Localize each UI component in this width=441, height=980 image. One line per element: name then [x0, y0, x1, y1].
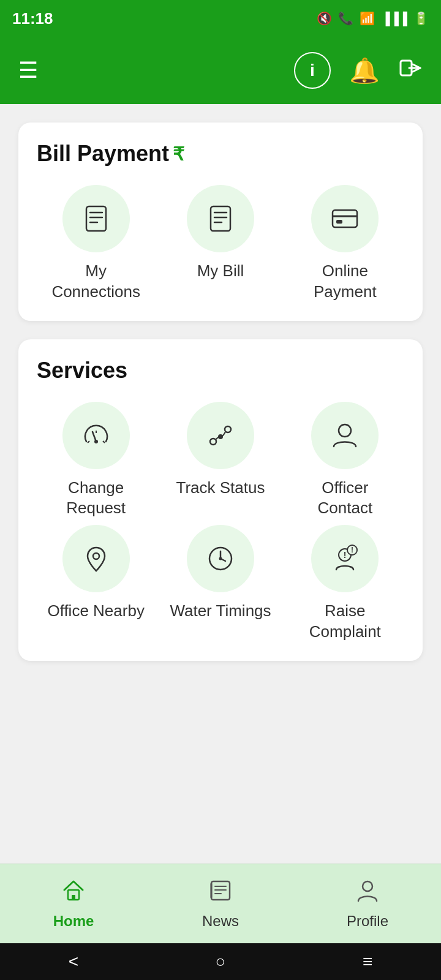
status-bar: 11:18 🔇 📞 📶 ▐▐▐ 🔋 — [0, 0, 441, 37]
news-icon — [208, 878, 233, 909]
app-bar: ☰ i 🔔 — [0, 37, 441, 104]
back-button[interactable]: < — [69, 952, 78, 971]
home-icon — [61, 878, 86, 909]
bill-document-icon — [205, 203, 236, 235]
my-bill-item[interactable]: My Bill — [168, 185, 273, 303]
office-nearby-item[interactable]: Office Nearby — [44, 525, 148, 643]
change-request-icon-bg — [62, 402, 130, 469]
status-icons: 🔇 📞 📶 ▐▐▐ 🔋 — [317, 11, 429, 26]
rupee-symbol: ₹ — [173, 143, 184, 165]
officer-contact-item[interactable]: Officer Contact — [293, 402, 397, 519]
svg-rect-6 — [211, 206, 230, 231]
my-bill-icon-bg — [187, 185, 254, 252]
time-display: 11:18 — [12, 9, 53, 28]
raise-complaint-icon-bg: ! ! — [311, 525, 379, 592]
svg-text:!: ! — [351, 546, 353, 554]
mute-icon: 🔇 — [317, 11, 332, 26]
phone-icon: 📞 — [338, 11, 353, 26]
menu-button[interactable]: ≡ — [363, 952, 372, 971]
my-connections-icon-bg — [62, 185, 130, 252]
office-nearby-icon-bg — [62, 525, 130, 592]
news-label: News — [202, 913, 239, 930]
nav-home[interactable]: Home — [0, 878, 147, 930]
notification-icon[interactable]: 🔔 — [349, 56, 380, 85]
online-payment-icon-bg — [311, 185, 379, 252]
svg-rect-10 — [333, 210, 357, 227]
app-bar-right-icons: i 🔔 — [294, 52, 423, 89]
complaint-icon: ! ! — [329, 543, 361, 575]
my-bill-label: My Bill — [197, 261, 244, 282]
services-card: Services Change Request — [18, 339, 423, 661]
bottom-nav: Home News Profile — [0, 864, 441, 943]
info-button[interactable]: i — [294, 52, 331, 89]
online-payment-item[interactable]: Online Payment — [293, 185, 397, 303]
track-status-label: Track Status — [176, 478, 265, 499]
svg-point-38 — [363, 881, 372, 891]
main-content: Bill Payment₹ My Connections — [0, 104, 441, 661]
location-icon — [80, 543, 112, 575]
svg-rect-12 — [336, 220, 342, 224]
home-label: Home — [53, 913, 94, 930]
svg-line-16 — [103, 441, 105, 443]
wifi-icon: 📶 — [360, 11, 375, 26]
svg-point-14 — [94, 440, 98, 443]
water-timings-item[interactable]: Water Timings — [168, 525, 273, 643]
svg-rect-2 — [86, 206, 106, 231]
my-connections-label: My Connections — [44, 261, 148, 303]
online-payment-label: Online Payment — [293, 261, 397, 303]
track-icon — [205, 420, 236, 451]
profile-icon — [355, 878, 380, 909]
nav-news[interactable]: News — [147, 878, 294, 930]
profile-label: Profile — [347, 913, 388, 930]
clock-icon — [205, 543, 236, 575]
svg-point-21 — [339, 424, 351, 437]
track-status-item[interactable]: Track Status — [168, 402, 273, 519]
gauge-icon — [80, 420, 112, 451]
track-status-icon-bg — [187, 402, 254, 469]
services-grid: Change Request Track Status — [37, 402, 404, 643]
change-request-label: Change Request — [44, 478, 148, 519]
raise-complaint-label: Raise Complaint — [293, 601, 397, 643]
officer-contact-label: Officer Contact — [293, 478, 397, 519]
svg-point-22 — [93, 553, 99, 559]
info-icon: i — [310, 61, 315, 80]
signal-icon: ▐▐▐ — [381, 12, 407, 26]
my-connections-item[interactable]: My Connections — [44, 185, 148, 303]
bill-payment-title: Bill Payment₹ — [37, 141, 404, 167]
office-nearby-label: Office Nearby — [47, 601, 144, 622]
officer-contact-icon-bg — [311, 402, 379, 469]
person-icon — [329, 420, 361, 451]
raise-complaint-item[interactable]: ! ! Raise Complaint — [293, 525, 397, 643]
svg-point-26 — [219, 557, 222, 560]
svg-rect-32 — [72, 895, 75, 900]
home-button[interactable]: ○ — [216, 952, 226, 971]
nav-profile[interactable]: Profile — [294, 878, 441, 930]
services-title: Services — [37, 358, 404, 383]
bill-payment-grid: My Connections My Bill — [37, 185, 404, 303]
logout-icon[interactable] — [398, 56, 423, 86]
water-timings-label: Water Timings — [170, 601, 271, 622]
water-timings-icon-bg — [187, 525, 254, 592]
menu-icon[interactable]: ☰ — [18, 58, 38, 83]
change-request-item[interactable]: Change Request — [44, 402, 148, 519]
svg-text:!: ! — [344, 550, 347, 560]
bill-payment-card: Bill Payment₹ My Connections — [18, 123, 423, 321]
card-icon — [329, 203, 361, 235]
document-icon — [80, 203, 112, 235]
system-nav: < ○ ≡ — [0, 943, 441, 980]
svg-line-15 — [88, 441, 89, 443]
battery-icon: 🔋 — [413, 11, 429, 26]
